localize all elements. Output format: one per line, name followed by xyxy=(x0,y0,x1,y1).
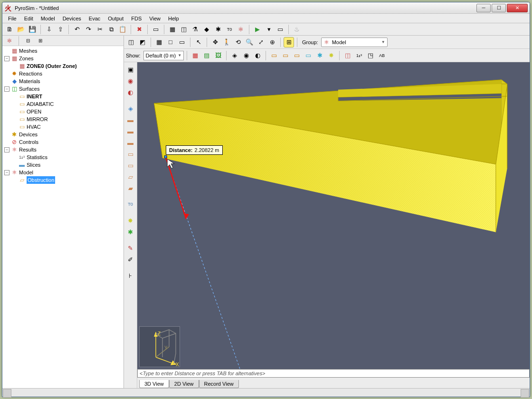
select-mode-icon[interactable]: ⊞ xyxy=(284,37,294,48)
tree-surface-open[interactable]: ▭OPEN xyxy=(12,108,123,115)
run-icon[interactable]: ▶ xyxy=(252,24,263,35)
model-icon[interactable]: ⚛ xyxy=(236,24,246,35)
axis-widget[interactable]: Z X Y xyxy=(139,326,180,367)
view1-icon[interactable]: ▭ xyxy=(269,50,279,61)
tree-slices[interactable]: ▬Slices xyxy=(12,161,123,169)
maximize-button[interactable]: ☐ xyxy=(492,4,506,12)
tool-paint-icon[interactable]: ✎ xyxy=(125,243,136,253)
menu-output[interactable]: Output xyxy=(104,15,127,22)
tool-text-icon[interactable]: T0 xyxy=(125,199,136,209)
shaded-icon[interactable]: ◐ xyxy=(252,50,263,61)
persp-icon[interactable]: ◫ xyxy=(126,37,136,48)
tree-model[interactable]: −⚛Model xyxy=(4,169,123,176)
walk-icon[interactable]: 🚶 xyxy=(221,37,232,48)
tool-rotate-icon[interactable]: ◉ xyxy=(125,76,136,86)
copy-icon[interactable]: ⧉ xyxy=(106,24,116,35)
fire-icon[interactable]: ♨ xyxy=(292,24,302,35)
tree-mode-icon[interactable]: ⚛ xyxy=(4,36,15,46)
show-select[interactable]: Default (0 m) ▼ xyxy=(143,51,184,60)
mesh-icon[interactable]: ▦ xyxy=(167,24,178,35)
minimize-button[interactable]: ─ xyxy=(476,4,491,12)
menu-file[interactable]: File xyxy=(4,15,20,22)
stats-icon[interactable]: 1₂³ xyxy=(354,50,364,61)
split-icon[interactable]: ◫ xyxy=(342,50,353,61)
tree-view[interactable]: ▦Meshes −▦Zones ▦ZONE0 (Outer Zone) ✸Rea… xyxy=(2,46,124,388)
box2-icon[interactable]: ▭ xyxy=(177,37,187,48)
tool-device-icon[interactable]: ✸ xyxy=(125,215,136,226)
image-icon[interactable]: 🖼 xyxy=(213,50,223,61)
horizontal-scrollbar[interactable] xyxy=(2,388,530,397)
tree-materials[interactable]: ◆Materials xyxy=(4,77,123,85)
tab-2d-view[interactable]: 2D View xyxy=(169,380,199,388)
collapse-twist[interactable]: − xyxy=(4,56,10,61)
group-select[interactable]: ⚛ Model ▼ xyxy=(321,38,388,47)
tree-zones[interactable]: −▦Zones xyxy=(4,55,123,62)
tree-devices[interactable]: ✱Devices xyxy=(4,131,123,138)
new-icon[interactable]: 🗎 xyxy=(4,24,15,35)
menu-help[interactable]: Help xyxy=(164,15,183,22)
menu-fds[interactable]: FDS xyxy=(127,15,145,22)
tree-reactions[interactable]: ✸Reactions xyxy=(4,70,123,77)
menu-edit[interactable]: Edit xyxy=(20,15,37,22)
collapse-twist[interactable]: − xyxy=(4,86,10,92)
tree-surface-hvac[interactable]: ▭HVAC xyxy=(12,123,123,131)
tree-controls[interactable]: ⊘Controls xyxy=(4,138,123,146)
open-icon[interactable]: 📂 xyxy=(16,24,26,35)
zoom-icon[interactable]: 🔍 xyxy=(244,37,255,48)
tool-select-icon[interactable]: ▣ xyxy=(125,64,136,75)
tool-slab1-icon[interactable]: ▬ xyxy=(125,114,136,125)
collapse-twist[interactable]: − xyxy=(4,170,10,175)
rotate-icon[interactable]: ⟲ xyxy=(233,37,243,48)
tool-device2-icon[interactable]: ✱ xyxy=(125,227,136,237)
wireframe-icon[interactable]: ◈ xyxy=(229,50,240,61)
move-icon[interactable]: ✥ xyxy=(210,37,220,48)
import-icon[interactable]: ⇩ xyxy=(44,24,54,35)
command-input[interactable]: <Type to enter Distance or press TAB for… xyxy=(137,369,530,378)
dropdown-icon[interactable]: ▾ xyxy=(264,24,274,35)
view5-icon[interactable]: ✱ xyxy=(314,50,325,61)
viewport-3d[interactable]: Distance: 2.20822 m xyxy=(137,62,530,369)
undo-icon[interactable]: ↶ xyxy=(72,24,82,35)
tab-record-view[interactable]: Record View xyxy=(199,380,239,388)
view2-icon[interactable]: ▭ xyxy=(280,50,291,61)
tool-slab2-icon[interactable]: ▬ xyxy=(125,126,136,136)
view3-icon[interactable]: ▭ xyxy=(292,50,302,61)
tree-statistics[interactable]: 1₂³Statistics xyxy=(12,153,123,161)
tree-surface-adiabatic[interactable]: ▭ADIABATIC xyxy=(12,100,123,108)
view4-icon[interactable]: ▭ xyxy=(303,50,314,61)
device-icon[interactable]: ✱ xyxy=(213,24,223,35)
collapse-twist[interactable]: − xyxy=(4,147,10,152)
grid-icon[interactable]: ▦ xyxy=(154,37,164,48)
close-button[interactable]: ✕ xyxy=(507,4,528,12)
text-icon[interactable]: T0 xyxy=(224,24,235,35)
tool-slab3-icon[interactable]: ▬ xyxy=(125,137,136,148)
tool-box-icon[interactable]: ◈ xyxy=(125,103,136,114)
menu-devices[interactable]: Devices xyxy=(59,15,85,22)
pointer-icon[interactable]: ↖ xyxy=(193,37,204,48)
tool-slab6-icon[interactable]: ▱ xyxy=(125,171,136,182)
floor-icon[interactable]: ▦ xyxy=(190,50,200,61)
material-icon[interactable]: ◆ xyxy=(201,24,212,35)
tree-obstruction[interactable]: ▱Obstruction xyxy=(12,176,123,184)
cut-icon[interactable]: ✂ xyxy=(95,24,105,35)
tool-eyedrop-icon[interactable]: ✐ xyxy=(125,254,136,265)
redo-icon[interactable]: ↷ xyxy=(83,24,94,35)
tree-surface-inert[interactable]: ▭INERT xyxy=(12,93,123,100)
save-icon[interactable]: 💾 xyxy=(27,24,38,35)
box-icon[interactable]: □ xyxy=(165,37,176,48)
tree-surface-mirror[interactable]: ▭MIRROR xyxy=(12,115,123,123)
surface-icon[interactable]: ◫ xyxy=(179,24,189,35)
tool-slab7-icon[interactable]: ▰ xyxy=(125,183,136,193)
menu-evac[interactable]: Evac xyxy=(85,15,104,22)
run2-icon[interactable]: ▭ xyxy=(275,24,285,35)
tree-meshes[interactable]: ▦Meshes xyxy=(4,47,123,55)
zoomsel-icon[interactable]: ⊕ xyxy=(267,37,277,48)
tool-mirror-icon[interactable]: ◐ xyxy=(125,87,136,97)
export-icon[interactable]: ⇧ xyxy=(55,24,66,35)
bg-icon[interactable]: ▨ xyxy=(201,50,212,61)
tab-3d-view[interactable]: 3D View xyxy=(139,380,169,388)
delete-icon[interactable]: ✖ xyxy=(134,24,144,35)
ortho-icon[interactable]: ◩ xyxy=(137,37,148,48)
tree-zone0[interactable]: ▦ZONE0 (Outer Zone) xyxy=(12,62,123,70)
reaction-icon[interactable]: ⚗ xyxy=(190,24,200,35)
